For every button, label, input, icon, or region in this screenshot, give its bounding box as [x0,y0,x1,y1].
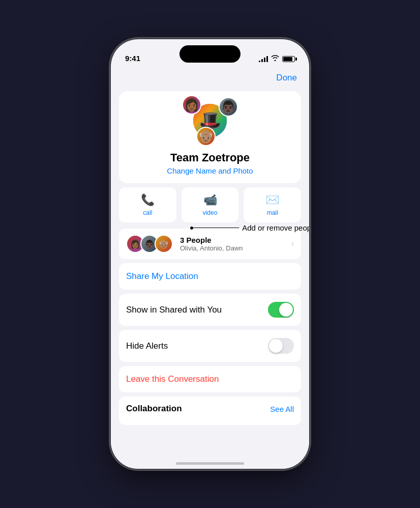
see-all-button[interactable]: See All [270,405,294,413]
header: Done [111,67,309,85]
video-button[interactable]: 📹 video [182,187,239,222]
chevron-right-icon: › [291,239,294,248]
people-count: 3 People [180,236,243,244]
people-avatars: 👩🏾 👨🏿 👴🏽 [126,235,173,253]
dynamic-island [179,45,241,63]
collaboration-section: Collaboration See All [119,397,301,425]
avatar-person-1: 👩🏾 [182,95,201,115]
call-button[interactable]: 📞 call [119,187,176,222]
call-icon: 📞 [141,193,155,207]
people-info: 3 People Olivia, Antonio, Dawn [180,236,243,252]
share-location-row[interactable]: Share My Location [119,263,301,290]
mail-icon: ✉️ [265,193,279,207]
signal-icon [259,56,268,62]
profile-card: 🎩 👩🏾 👨🏿 👴🏽 Team [119,91,301,183]
people-names: Olivia, Antonio, Dawn [180,244,243,252]
hide-alerts-label: Hide Alerts [126,341,168,351]
wifi-icon [271,55,279,63]
show-shared-toggle[interactable] [268,302,294,318]
mail-label: mail [267,209,278,216]
avatar-group: 🎩 👩🏾 👨🏿 👴🏽 [182,95,238,146]
share-location-label: Share My Location [126,271,198,281]
leave-conversation-row[interactable]: Leave this Conversation [119,366,301,392]
done-button[interactable]: Done [276,73,297,83]
group-name: Team Zoetrope [170,151,250,164]
people-row[interactable]: 👩🏾 👨🏿 👴🏽 3 People Olivia, Antonio, Dawn … [119,229,301,259]
hide-alerts-row[interactable]: Hide Alerts [119,330,301,362]
leave-conversation-label: Leave this Conversation [126,374,219,384]
show-shared-label: Show in Shared with You [126,305,222,315]
toggle-knob-on [279,303,293,317]
status-time: 9:41 [125,54,140,63]
collaboration-title: Collaboration [126,404,182,414]
action-buttons-row: 📞 call 📹 video ✉️ mail [119,187,301,222]
avatar-person-3: 👴🏽 [196,127,216,146]
main-content: Done 🎩 👩🏾 [111,67,309,469]
mail-button[interactable]: ✉️ mail [244,187,301,222]
person-avatar-3: 👴🏽 [155,235,173,253]
change-name-link[interactable]: Change Name and Photo [167,166,253,175]
hide-alerts-toggle[interactable] [268,338,294,354]
show-shared-row[interactable]: Show in Shared with You [119,294,301,326]
video-icon: 📹 [203,193,217,207]
video-label: video [203,209,218,216]
collaboration-header: Collaboration See All [126,404,294,414]
home-indicator [176,462,244,465]
status-icons [259,55,295,63]
call-label: call [143,209,152,216]
toggle-knob-off [269,339,283,353]
profile-section: 🎩 👩🏾 👨🏿 👴🏽 Team [119,91,301,183]
battery-icon [282,56,295,62]
people-left: 👩🏾 👨🏿 👴🏽 3 People Olivia, Antonio, Dawn [126,235,243,253]
phone-frame: 9:41 Done [111,39,309,469]
avatar-person-2: 👨🏿 [219,97,238,117]
